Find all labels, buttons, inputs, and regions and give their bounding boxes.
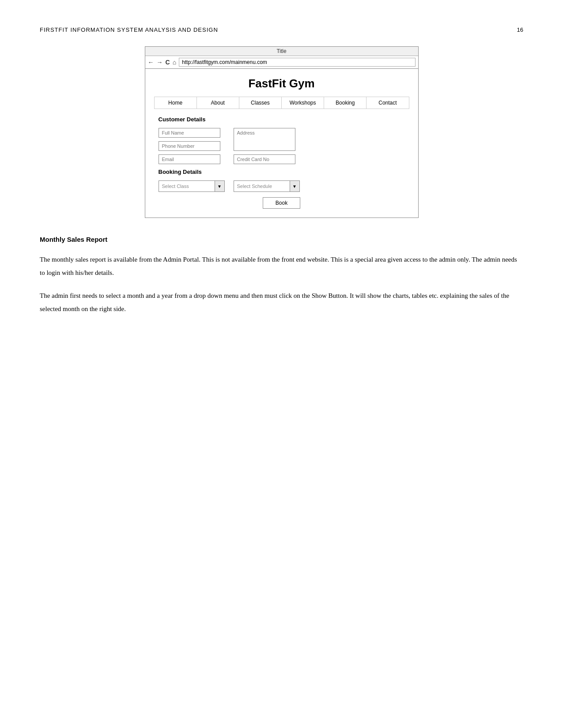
nav-classes[interactable]: Classes: [239, 97, 282, 109]
select-schedule-arrow[interactable]: ▼: [290, 181, 299, 191]
monthly-sales-report-heading: Monthly Sales Report: [40, 236, 523, 243]
customer-form-row: [159, 128, 405, 164]
customer-details-heading: Customer Details: [159, 116, 405, 123]
book-btn-row: Book: [159, 197, 405, 209]
forward-button[interactable]: →: [157, 59, 163, 66]
phone-number-field[interactable]: [159, 141, 220, 151]
browser-mockup: Title ← → C ⌂ FastFit Gym Home About Cla…: [145, 46, 419, 218]
full-name-field[interactable]: [159, 128, 220, 138]
browser-address-bar: ← → C ⌂: [145, 56, 418, 69]
book-button[interactable]: Book: [263, 197, 300, 209]
page-number: 16: [517, 26, 523, 33]
website-content: FastFit Gym Home About Classes Workshops…: [145, 69, 418, 218]
email-field[interactable]: [159, 154, 220, 164]
select-schedule-wrapper[interactable]: Select Schedule ▼: [234, 180, 300, 192]
browser-title-label: Title: [276, 48, 286, 54]
select-schedule-label: Select Schedule: [234, 182, 290, 191]
nav-contact[interactable]: Contact: [367, 97, 408, 109]
paragraph-1: The monthly sales report is available fr…: [40, 253, 523, 279]
home-button[interactable]: ⌂: [173, 59, 176, 66]
nav-booking[interactable]: Booking: [324, 97, 367, 109]
address-bar-input[interactable]: [179, 58, 415, 67]
doc-title: FIRSTFIT INFORMATION SYSTEM ANALYSIS AND…: [40, 26, 218, 33]
form-left-col: [159, 128, 225, 164]
site-title: FastFit Gym: [154, 77, 409, 90]
nav-about[interactable]: About: [197, 97, 239, 109]
refresh-button[interactable]: C: [166, 59, 170, 66]
browser-title-bar: Title: [145, 47, 418, 56]
paragraph-2: The admin first needs to select a month …: [40, 289, 523, 315]
select-row: Select Class ▼ Select Schedule ▼: [159, 180, 405, 192]
select-class-label: Select Class: [159, 182, 215, 191]
nav-bar: Home About Classes Workshops Booking Con…: [154, 97, 409, 109]
nav-home[interactable]: Home: [155, 97, 197, 109]
credit-card-field[interactable]: [234, 154, 295, 164]
booking-details-heading: Booking Details: [159, 169, 405, 175]
address-field[interactable]: [234, 128, 295, 151]
form-right-col: [234, 128, 295, 164]
select-class-wrapper[interactable]: Select Class ▼: [159, 180, 225, 192]
back-button[interactable]: ←: [148, 59, 154, 66]
select-class-arrow[interactable]: ▼: [215, 181, 224, 191]
nav-workshops[interactable]: Workshops: [282, 97, 324, 109]
page-header: FIRSTFIT INFORMATION SYSTEM ANALYSIS AND…: [40, 26, 523, 33]
form-area: Customer Details Booking Details Selec: [154, 116, 409, 209]
booking-section: Booking Details Select Class ▼ Select Sc…: [159, 169, 405, 209]
